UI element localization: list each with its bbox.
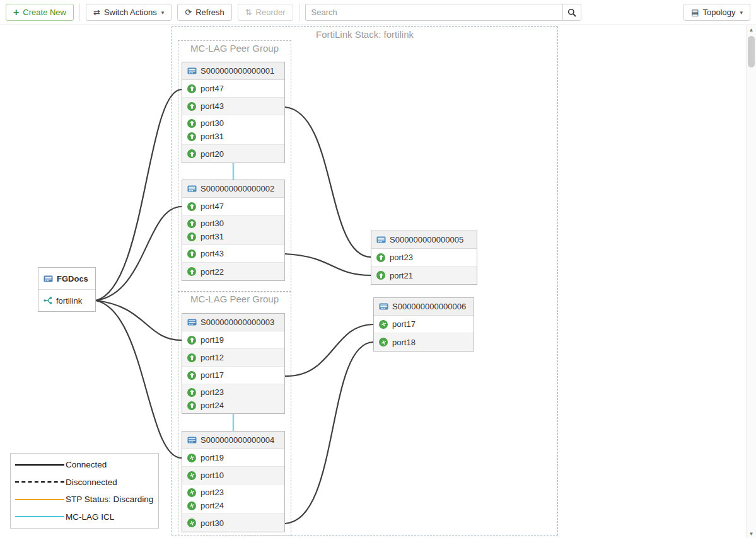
port-row[interactable]: port23 bbox=[371, 249, 477, 266]
port-label: port24 bbox=[201, 501, 224, 510]
port-row[interactable]: port21 bbox=[371, 266, 477, 284]
switch-actions-button[interactable]: ⇄ Switch Actions ▾ bbox=[86, 4, 172, 21]
port-entry[interactable]: port21 bbox=[376, 269, 472, 282]
legend-line-sample bbox=[15, 516, 64, 517]
legend-line-sample bbox=[15, 464, 64, 466]
port-label: port20 bbox=[201, 149, 224, 159]
port-fan-icon bbox=[187, 454, 196, 462]
refresh-button[interactable]: ⟳ Refresh bbox=[177, 4, 231, 21]
port-entry[interactable]: port24 bbox=[187, 399, 279, 412]
port-entry[interactable]: port30 bbox=[187, 517, 279, 530]
port-up-icon bbox=[187, 84, 196, 93]
port-row[interactable]: port10 bbox=[182, 467, 284, 484]
vertical-scrollbar[interactable]: ▲ ▼ bbox=[746, 25, 756, 538]
port-entry[interactable]: port30 bbox=[187, 117, 279, 130]
port-row[interactable]: port17 bbox=[182, 367, 284, 384]
port-row[interactable]: port22 bbox=[182, 263, 284, 280]
switch-header[interactable]: S000000000000001 bbox=[182, 62, 284, 80]
port-row[interactable]: port23port24 bbox=[182, 384, 284, 413]
port-entry[interactable]: port23 bbox=[187, 386, 279, 399]
switch-header[interactable]: S000000000000002 bbox=[182, 180, 284, 198]
create-new-label: Create New bbox=[23, 8, 66, 17]
fortilink-row[interactable]: fortilink bbox=[38, 289, 95, 311]
port-label: port43 bbox=[201, 101, 224, 111]
fortigate-row[interactable]: FGDocs bbox=[38, 268, 95, 289]
port-label: port23 bbox=[390, 253, 413, 262]
search-icon bbox=[567, 8, 576, 17]
port-entry[interactable]: port20 bbox=[187, 147, 279, 161]
switch-icon bbox=[376, 236, 386, 243]
topology-page: + Create New ⇄ Switch Actions ▾ ⟳ Refres… bbox=[0, 0, 756, 538]
port-up-icon bbox=[187, 388, 196, 397]
port-row[interactable]: port30port31 bbox=[182, 215, 284, 245]
port-entry[interactable]: port43 bbox=[187, 100, 279, 113]
port-entry[interactable]: port17 bbox=[187, 369, 279, 382]
port-entry[interactable]: port22 bbox=[187, 265, 279, 278]
port-entry[interactable]: port23 bbox=[376, 251, 472, 264]
create-new-button[interactable]: + Create New bbox=[6, 4, 74, 21]
port-row[interactable]: port20 bbox=[182, 145, 284, 163]
reorder-icon: ⇅ bbox=[245, 8, 252, 17]
port-up-icon bbox=[187, 371, 196, 380]
port-row[interactable]: port30port31 bbox=[182, 115, 284, 145]
port-entry[interactable]: port12 bbox=[187, 351, 279, 364]
chevron-down-icon: ▾ bbox=[740, 9, 743, 16]
port-up-icon bbox=[187, 132, 196, 141]
search-input[interactable] bbox=[305, 4, 562, 21]
switch-icon bbox=[187, 437, 197, 444]
port-entry[interactable]: port18 bbox=[379, 336, 468, 349]
scroll-up-arrow[interactable]: ▲ bbox=[747, 25, 756, 34]
port-row[interactable]: port19 bbox=[182, 331, 284, 349]
port-entry[interactable]: port17 bbox=[379, 318, 468, 331]
switch-header[interactable]: S000000000000004 bbox=[182, 432, 284, 449]
port-entry[interactable]: port23 bbox=[187, 486, 279, 499]
port-row[interactable]: port19 bbox=[182, 449, 284, 467]
port-row[interactable]: port47 bbox=[182, 198, 284, 215]
switch-name: S000000000000002 bbox=[201, 184, 274, 193]
port-entry[interactable]: port24 bbox=[187, 499, 279, 512]
scroll-down-arrow[interactable]: ▼ bbox=[747, 529, 756, 538]
reorder-label: Reorder bbox=[256, 8, 286, 17]
port-entry[interactable]: port19 bbox=[187, 451, 279, 464]
port-entry[interactable]: port31 bbox=[187, 130, 279, 143]
switch-header[interactable]: S000000000000006 bbox=[374, 298, 474, 316]
reorder-button[interactable]: ⇅ Reorder bbox=[238, 4, 293, 21]
fortilink-name: fortilink bbox=[56, 296, 82, 306]
port-entry[interactable]: port19 bbox=[187, 333, 279, 346]
legend-line-sample bbox=[15, 499, 64, 500]
toolbar-divider bbox=[299, 4, 299, 21]
legend-line-sample bbox=[15, 481, 64, 483]
port-row[interactable]: port30 bbox=[182, 514, 284, 532]
switch-icon bbox=[379, 303, 388, 310]
switch-header[interactable]: S000000000000005 bbox=[371, 231, 477, 249]
link-line bbox=[96, 207, 182, 300]
topology-icon: ▤ bbox=[691, 8, 699, 17]
port-entry[interactable]: port30 bbox=[187, 217, 279, 230]
port-row[interactable]: port18 bbox=[374, 333, 474, 351]
switch-icon bbox=[187, 319, 197, 326]
link-line bbox=[96, 300, 182, 458]
port-up-icon bbox=[187, 267, 196, 276]
switch-header[interactable]: S000000000000003 bbox=[182, 314, 284, 331]
scroll-thumb[interactable] bbox=[748, 36, 755, 67]
port-entry[interactable]: port31 bbox=[187, 230, 279, 243]
topology-dropdown[interactable]: ▤ Topology ▾ bbox=[683, 4, 750, 21]
port-up-icon bbox=[187, 336, 196, 345]
port-fan-icon bbox=[187, 518, 196, 527]
link-line bbox=[96, 89, 182, 300]
port-entry[interactable]: port47 bbox=[187, 200, 279, 213]
fortigate-name: FGDocs bbox=[57, 274, 88, 283]
port-row[interactable]: port12 bbox=[182, 349, 284, 367]
switch-icon bbox=[187, 67, 197, 74]
port-row[interactable]: port47 bbox=[182, 80, 284, 98]
port-entry[interactable]: port10 bbox=[187, 469, 279, 482]
port-row[interactable]: port43 bbox=[182, 98, 284, 115]
port-up-icon bbox=[187, 401, 196, 410]
fortigate-node[interactable]: FGDocs fortilink bbox=[38, 267, 96, 312]
search-button[interactable] bbox=[562, 4, 581, 21]
port-entry[interactable]: port47 bbox=[187, 82, 279, 95]
port-row[interactable]: port43 bbox=[182, 245, 284, 263]
port-row[interactable]: port17 bbox=[374, 316, 474, 333]
port-row[interactable]: port23port24 bbox=[182, 484, 284, 514]
port-entry[interactable]: port43 bbox=[187, 247, 279, 260]
